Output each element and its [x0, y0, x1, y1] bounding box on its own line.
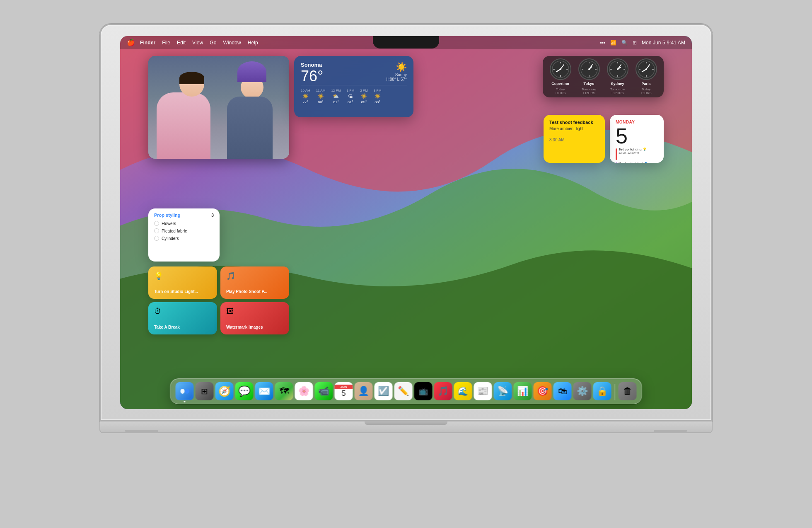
dock-launchpad[interactable]: ⊞ [196, 382, 214, 400]
svg-point-8 [560, 68, 561, 70]
dock-privacy[interactable]: 🔒 [593, 382, 611, 400]
dock-photos[interactable]: 🌸 [295, 382, 313, 400]
dock-reminders[interactable]: ☑️ [375, 382, 393, 400]
dock-safari[interactable]: 🧭 [215, 382, 234, 400]
event-bar-2 [616, 162, 617, 163]
notes-time: 8:30 AM [549, 138, 599, 142]
search-icon[interactable]: 🔍 [621, 40, 628, 46]
dock-keynote[interactable]: 🎯 [534, 382, 552, 400]
event-title-2: Meet with talent 🎭 [619, 162, 648, 163]
apple-menu-icon[interactable]: 🍎 [127, 39, 133, 46]
reminder-circle-2 [154, 228, 159, 233]
macbook-bottom [99, 421, 713, 433]
dock-facetime[interactable]: 📹 [315, 382, 333, 400]
shortcut-light-label: Turn on Studio Light... [154, 289, 211, 294]
weather-hour-6: 3 PM ☀️ 88° [374, 89, 382, 104]
macbook-lid: 🍎 Finder File Edit View Go Window Help ▪… [99, 24, 713, 421]
clock-city-sydney: Sydney [611, 82, 624, 86]
clock-cupertino: Cupertino Today +0HRS [548, 58, 573, 95]
widget-clocks: Cupertino Today +0HRS [543, 56, 664, 97]
svg-point-35 [185, 389, 189, 394]
dock-music[interactable]: 🎵 [434, 382, 452, 400]
widget-photos [148, 56, 289, 159]
menu-view[interactable]: View [192, 40, 203, 46]
reminder-item-2: Pleated fabric [154, 228, 214, 233]
dock-separator [615, 384, 615, 400]
shortcut-studio-light[interactable]: 💡 Turn on Studio Light... [148, 266, 217, 299]
shortcut-watermark-label: Watermark Images [226, 325, 283, 329]
shortcut-light-icon: 💡 [154, 271, 211, 281]
battery-icon: ▪▪▪ [600, 40, 605, 46]
widget-weather: Sonoma 76° ☀️ Sunny H:88° L:57° [294, 56, 413, 117]
dock-freeform[interactable]: ✏️ [394, 382, 413, 400]
clock-label-paris: Today +9HRS [640, 87, 651, 95]
weather-condition: Sunny H:88° L:57° [386, 73, 407, 82]
menu-help[interactable]: Help [248, 40, 258, 46]
svg-point-16 [588, 68, 590, 70]
menubar-right: ▪▪▪ 📶 🔍 ⊞ Mon Jun 5 9:41 AM [600, 40, 685, 46]
dock-messages[interactable]: 💬 [235, 382, 254, 400]
shortcut-watermark[interactable]: 🖼 Watermark Images [220, 302, 289, 334]
svg-point-24 [617, 68, 619, 70]
menu-edit[interactable]: Edit [177, 40, 186, 46]
screen: 🍎 Finder File Edit View Go Window Help ▪… [120, 36, 692, 409]
reminder-text-3: Cylinders [162, 236, 179, 241]
menu-go[interactable]: Go [210, 40, 216, 46]
dock: ⊞ 🧭 💬 ✉️ 🗺 [170, 378, 642, 404]
dock-calendar[interactable]: JUN 5 [335, 382, 353, 400]
photos-content [148, 56, 289, 159]
event-title-1: Set up lighting 💡 [619, 148, 647, 151]
dock-mail[interactable]: ✉️ [255, 382, 273, 400]
widget-notes: Test shoot feedback More ambient light 8… [544, 115, 605, 163]
weather-hour-4: 1 PM 🌤 81° [347, 89, 355, 104]
reminder-text-1: Flowers [162, 221, 176, 226]
menu-file[interactable]: File [162, 40, 170, 46]
shortcut-music-label: Play Photo Shoot P... [226, 289, 283, 294]
reminder-item-1: Flowers [154, 221, 214, 226]
reminder-text-2: Pleated fabric [162, 229, 187, 233]
clock-tokyo: Tokyo Tomorrow +16HRS [576, 58, 602, 95]
menu-finder[interactable]: Finder [140, 40, 155, 46]
clock-label-cupertino: Today +0HRS [555, 87, 566, 95]
dock-finder[interactable] [176, 382, 194, 400]
clock-sydney: Sydney Tomorrow +17HRS [605, 58, 630, 95]
wifi-icon[interactable]: 📶 [610, 40, 616, 46]
widget-calendar: MONDAY 5 Set up lighting 💡 12:00–12:30PM… [610, 115, 664, 163]
reminders-title: Prop styling [154, 213, 181, 218]
svg-point-32 [645, 68, 647, 70]
widget-reminders: Prop styling 3 Flowers Pleated fabric Cy… [148, 208, 220, 262]
macbook-hinge [365, 421, 447, 425]
reminder-circle-1 [154, 221, 159, 226]
calendar-event-2: Meet with talent 🎭 12:30–1:00PM [616, 162, 658, 163]
dock-bt[interactable]: 📡 [494, 382, 512, 400]
weather-hour-2: 11 AM ☀️ 80° [316, 89, 326, 104]
dock-numbers[interactable]: 📊 [514, 382, 532, 400]
clock-city-tokyo: Tokyo [584, 82, 594, 86]
dock-miro[interactable]: 🌊 [454, 382, 472, 400]
event-bar-1 [616, 148, 617, 160]
dock-settings[interactable]: ⚙️ [573, 382, 592, 400]
dock-contacts[interactable]: 👤 [355, 382, 373, 400]
menu-window[interactable]: Window [223, 40, 241, 46]
dock-appstore[interactable]: 🛍 [553, 382, 572, 400]
weather-hour-5: 2 PM ☀️ 85° [360, 89, 368, 104]
dock-news[interactable]: 📰 [474, 382, 492, 400]
clock-paris: Paris Today +9HRS [633, 58, 659, 95]
dock-trash[interactable]: 🗑 [619, 382, 637, 400]
calendar-event-1: Set up lighting 💡 12:00–12:30PM [616, 148, 658, 160]
macbook-foot-right [654, 430, 687, 432]
reminders-count: 3 [211, 213, 214, 218]
shortcut-break-label: Take A Break [154, 325, 211, 329]
reminder-item-3: Cylinders [154, 236, 214, 241]
clock-label-tokyo: Tomorrow +16HRS [582, 87, 596, 95]
shortcut-take-break[interactable]: ⏱ Take A Break [148, 302, 217, 334]
control-center-icon[interactable]: ⊞ [633, 40, 637, 46]
weather-hourly: 10 AM ☀️ 77° 11 AM ☀️ 80° 12 PM ⛅ 81 [301, 85, 407, 104]
clock-city-paris: Paris [641, 82, 650, 86]
shortcut-timer-icon: ⏱ [154, 307, 211, 316]
shortcut-play-music[interactable]: 🎵 Play Photo Shoot P... [220, 266, 289, 299]
notch [373, 36, 439, 48]
notes-title: Test shoot feedback [549, 120, 599, 125]
dock-tv[interactable]: 📺 [414, 382, 433, 400]
dock-maps[interactable]: 🗺 [275, 382, 293, 400]
